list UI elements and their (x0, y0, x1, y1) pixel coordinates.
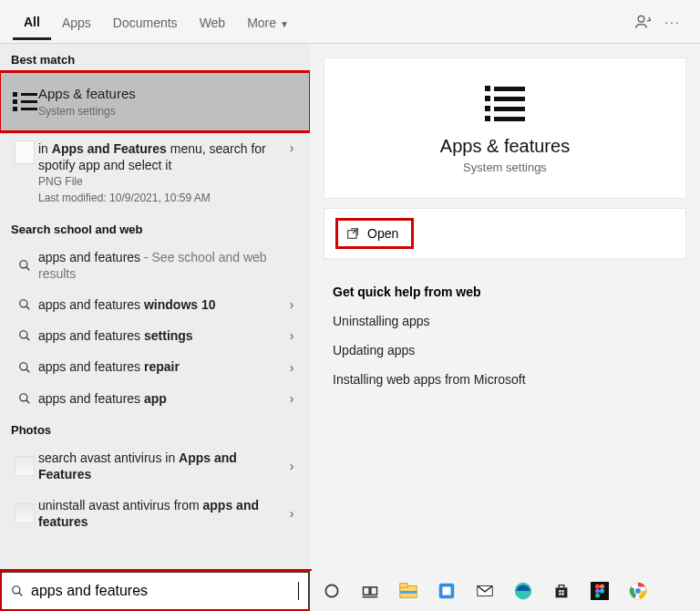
photo-result[interactable]: search avast antivirus in Apps and Featu… (0, 442, 310, 490)
open-icon (345, 226, 360, 241)
web-suggestion[interactable]: apps and features app› (0, 383, 310, 414)
svg-point-31 (595, 589, 600, 594)
file-result-title: in Apps and Features menu, search for sp… (38, 140, 279, 173)
best-match-header: Best match (0, 44, 310, 72)
photo-result[interactable]: uninstall avast antivirus from apps and … (0, 490, 310, 537)
preview-subtitle: System settings (463, 161, 547, 174)
search-icon (11, 392, 38, 405)
svg-point-30 (600, 585, 604, 589)
taskbar-store-icon[interactable] (549, 578, 574, 604)
suggestion-text: apps and features app (38, 390, 283, 407)
search-input-container[interactable] (0, 571, 310, 611)
file-result-modified: Last modified: 10/9/2021, 10:59 AM (38, 192, 279, 206)
svg-rect-16 (371, 587, 377, 595)
taskbar-app-blue-icon[interactable] (434, 578, 459, 604)
svg-point-36 (634, 587, 641, 594)
svg-point-3 (20, 300, 27, 307)
suggestion-text: apps and features windows 10 (38, 296, 283, 313)
preview-actions: Open (324, 208, 686, 259)
quick-help-title: Get quick help from web (333, 285, 677, 299)
svg-point-1 (20, 261, 27, 268)
tab-apps[interactable]: Apps (51, 5, 102, 39)
open-button[interactable]: Open (335, 218, 414, 249)
search-icon (11, 259, 38, 272)
quick-help-section: Get quick help from web Uninstalling app… (333, 285, 677, 401)
search-icon (11, 329, 38, 342)
taskbar-mail-icon[interactable] (472, 578, 498, 604)
suggestion-text: apps and features settings (38, 327, 283, 344)
svg-point-14 (325, 585, 337, 596)
taskbar-cortana-icon[interactable] (319, 578, 345, 604)
quick-help-link[interactable]: Uninstalling apps (333, 314, 677, 328)
chevron-right-icon: › (283, 360, 301, 375)
preview-title: Apps & features (440, 136, 570, 157)
feedback-icon[interactable] (629, 7, 658, 36)
file-result[interactable]: in Apps and Features menu, search for sp… (0, 131, 310, 213)
svg-point-5 (20, 331, 27, 338)
file-result-type: PNG File (38, 175, 279, 190)
taskbar-figma-icon[interactable] (587, 578, 612, 604)
chevron-right-icon: › (283, 328, 301, 343)
chevron-right-icon: › (283, 506, 301, 521)
search-tabs-bar: All Apps Documents Web More▼ ··· (0, 0, 700, 44)
apps-features-icon (11, 92, 38, 111)
svg-line-10 (26, 399, 30, 403)
apps-features-icon-large (485, 86, 525, 121)
school-web-header: Search school and web (0, 213, 310, 242)
tab-all[interactable]: All (13, 4, 51, 40)
svg-rect-27 (561, 593, 563, 595)
svg-line-2 (26, 267, 30, 271)
svg-rect-22 (442, 586, 450, 595)
svg-point-29 (595, 585, 600, 589)
preview-panel: Apps & features System settings Open Get… (310, 44, 700, 571)
svg-rect-25 (561, 590, 563, 592)
svg-line-6 (26, 337, 30, 341)
search-icon (11, 585, 24, 597)
web-suggestion[interactable]: apps and features settings› (0, 320, 310, 351)
svg-line-8 (26, 368, 30, 372)
photos-header: Photos (0, 414, 310, 442)
svg-point-9 (20, 393, 27, 400)
search-input[interactable] (31, 583, 296, 599)
suggestion-text: apps and features - See school and web r… (38, 249, 283, 282)
chevron-down-icon: ▼ (280, 19, 289, 29)
preview-card: Apps & features System settings (324, 57, 686, 199)
photo-result-text: uninstall avast antivirus from apps and … (38, 497, 283, 530)
quick-help-link[interactable]: Updating apps (333, 343, 677, 357)
svg-point-0 (638, 16, 644, 22)
svg-rect-20 (400, 591, 417, 594)
svg-rect-26 (559, 593, 561, 595)
tab-documents[interactable]: Documents (102, 5, 189, 39)
best-match-result[interactable]: Apps & features System settings (0, 72, 310, 131)
svg-rect-19 (400, 584, 407, 588)
web-suggestion[interactable]: apps and features repair› (0, 351, 310, 382)
photo-thumb-icon (11, 503, 38, 523)
search-icon (11, 361, 38, 374)
web-suggestion[interactable]: apps and features - See school and web r… (0, 242, 310, 289)
suggestion-text: apps and features repair (38, 358, 283, 375)
taskbar-chrome-icon[interactable] (625, 578, 651, 604)
best-match-subtitle: System settings (38, 105, 297, 119)
best-match-title: Apps & features (38, 85, 297, 103)
taskbar-explorer-icon[interactable] (396, 578, 421, 604)
open-button-label: Open (367, 226, 398, 241)
svg-line-4 (26, 306, 30, 310)
taskbar-edge-icon[interactable] (510, 578, 536, 604)
svg-point-7 (20, 362, 27, 369)
more-options-icon[interactable]: ··· (658, 7, 687, 36)
chevron-right-icon: › (283, 297, 301, 312)
chevron-right-icon: › (283, 391, 301, 406)
chevron-right-icon: › (283, 140, 301, 155)
tab-more[interactable]: More▼ (236, 5, 300, 39)
svg-line-13 (19, 593, 23, 596)
svg-rect-24 (559, 590, 561, 592)
svg-rect-15 (364, 587, 370, 595)
quick-help-link[interactable]: Installing web apps from Microsoft (333, 372, 677, 387)
svg-point-32 (600, 589, 604, 594)
file-thumb-icon (11, 140, 38, 164)
web-suggestion[interactable]: apps and features windows 10› (0, 289, 310, 320)
taskbar-taskview-icon[interactable] (357, 578, 383, 604)
tab-web[interactable]: Web (189, 5, 237, 39)
search-icon (11, 298, 38, 311)
results-panel: Best match Apps & features System settin… (0, 44, 310, 571)
